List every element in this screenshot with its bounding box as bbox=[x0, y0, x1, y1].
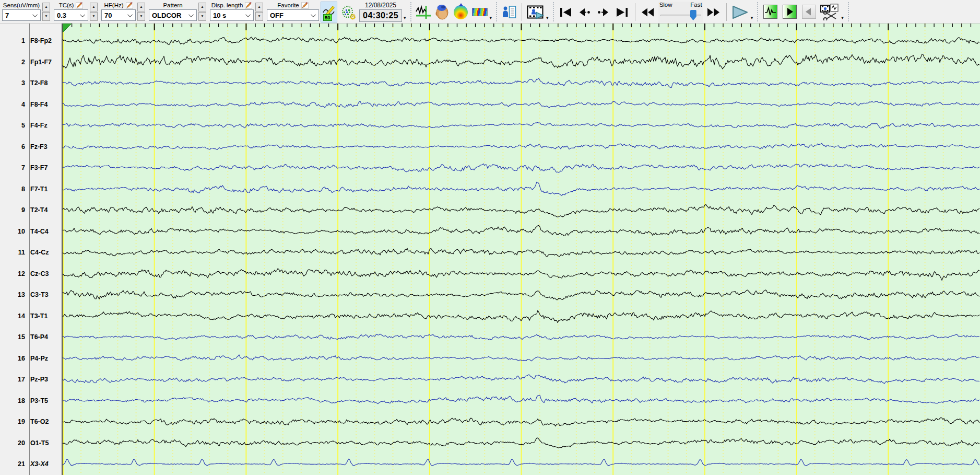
video-dropdown-arrow-icon[interactable]: ▾ bbox=[546, 15, 549, 20]
head-3d-map-button[interactable] bbox=[434, 2, 451, 22]
channel-row-2: 2Fp1-F7 bbox=[0, 58, 62, 66]
disp-length-edit-pencil-icon[interactable] bbox=[245, 2, 252, 9]
channel-label[interactable]: F7-T1 bbox=[25, 185, 48, 193]
parameter-groups: Sens(uV/mm)7▲▼TC(s)0.3▲▼HF(Hz)70▲▼Patter… bbox=[2, 1, 320, 21]
channel-number: 16 bbox=[0, 354, 25, 363]
channel-number: 14 bbox=[0, 312, 25, 320]
topographic-map-button[interactable] bbox=[453, 2, 469, 22]
tc-edit-pencil-icon[interactable] bbox=[76, 2, 83, 9]
channel-label[interactable]: Cz-C3 bbox=[25, 270, 49, 278]
channel-row-7: 7F3-F7 bbox=[0, 164, 62, 172]
channel-label[interactable]: F4-Fz bbox=[25, 121, 48, 130]
pattern-label: Pattern bbox=[163, 2, 182, 8]
video-clip-button[interactable] bbox=[820, 2, 840, 22]
speed-slow-label: Slow bbox=[659, 2, 672, 8]
favorite-edit-pencil-icon[interactable] bbox=[301, 2, 309, 9]
disp-length-spin-up-button[interactable]: ▲ bbox=[255, 3, 263, 11]
skip-to-start-button[interactable] bbox=[558, 2, 574, 22]
prev-page-disabled-button[interactable] bbox=[802, 5, 816, 19]
speed-fast-label: Fast bbox=[690, 2, 702, 8]
play-dropdown-arrow-icon[interactable]: ▾ bbox=[751, 15, 753, 20]
hf-spin-up-button[interactable]: ▲ bbox=[137, 3, 145, 11]
channel-row-3: 3T2-F8 bbox=[0, 79, 62, 87]
channel-row-6: 6Fz-F3 bbox=[0, 143, 62, 151]
waveform-mode-button[interactable] bbox=[763, 5, 777, 19]
param-group-sens: Sens(uV/mm)7 bbox=[2, 1, 41, 21]
channel-label[interactable]: Fz-F3 bbox=[25, 143, 48, 151]
play-button[interactable] bbox=[731, 2, 749, 22]
channel-label[interactable]: F8-Fp2 bbox=[25, 37, 52, 45]
patient-info-button[interactable] bbox=[501, 2, 517, 22]
channel-row-15: 15T6-P4 bbox=[0, 333, 62, 341]
channel-row-17: 17Pz-P3 bbox=[0, 375, 62, 384]
chevron-down-icon bbox=[245, 12, 251, 17]
channel-label[interactable]: O1-T5 bbox=[25, 439, 49, 447]
channel-label[interactable]: T4-C4 bbox=[25, 227, 49, 236]
skip-to-end-button[interactable] bbox=[614, 2, 631, 22]
channel-label[interactable]: Pz-P3 bbox=[25, 375, 48, 384]
hf-dropdown[interactable]: 70 bbox=[101, 9, 136, 21]
rewind-button[interactable] bbox=[640, 2, 656, 22]
channel-number: 17 bbox=[0, 375, 25, 384]
channel-label[interactable]: P4-Pz bbox=[25, 354, 48, 363]
hf-edit-pencil-icon[interactable] bbox=[126, 2, 133, 9]
channel-number: 4 bbox=[0, 100, 25, 109]
fast-forward-button[interactable] bbox=[705, 2, 722, 22]
waveform-view-button[interactable] bbox=[415, 2, 432, 22]
channel-label[interactable]: T2-T4 bbox=[25, 206, 48, 214]
tc-spin-up-button[interactable]: ▲ bbox=[90, 3, 98, 11]
step-forward-button[interactable] bbox=[595, 2, 612, 22]
waveform-edit-button[interactable]: 50 bbox=[321, 2, 337, 22]
sens-spin-down-button[interactable]: ▼ bbox=[42, 12, 50, 21]
maps-dropdown-arrow-icon[interactable]: ▾ bbox=[490, 15, 492, 20]
video-review-button[interactable] bbox=[526, 2, 545, 22]
tc-spinner: ▲▼ bbox=[90, 3, 98, 21]
channel-label[interactable]: F3-F7 bbox=[25, 164, 48, 172]
channel-label[interactable]: P3-T5 bbox=[25, 397, 48, 405]
hf-spin-down-button[interactable]: ▼ bbox=[137, 12, 145, 21]
disp-length-spinner: ▲▼ bbox=[255, 3, 263, 21]
channel-label[interactable]: C3-T3 bbox=[25, 291, 49, 299]
sens-dropdown[interactable]: 7 bbox=[2, 9, 41, 21]
channel-label[interactable]: T3-T1 bbox=[25, 312, 48, 320]
favorite-dropdown[interactable]: OFF bbox=[267, 9, 319, 21]
clip-dropdown-arrow-icon[interactable]: ▾ bbox=[841, 15, 844, 20]
pattern-dropdown[interactable]: OLDCOR bbox=[149, 9, 197, 21]
speed-slider-thumb[interactable] bbox=[690, 10, 696, 20]
channel-label[interactable]: C4-Cz bbox=[25, 248, 49, 257]
sens-value: 7 bbox=[5, 11, 9, 19]
tc-spin-down-button[interactable]: ▼ bbox=[90, 12, 98, 21]
channel-label[interactable]: T2-F8 bbox=[25, 79, 48, 87]
toolbar-separator bbox=[635, 3, 635, 21]
channel-number: 20 bbox=[0, 439, 25, 447]
tc-dropdown[interactable]: 0.3 bbox=[54, 9, 88, 21]
step-back-button[interactable] bbox=[576, 2, 593, 22]
channel-row-19: 19T6-O2 bbox=[0, 418, 62, 426]
channel-number: 3 bbox=[0, 79, 25, 87]
channel-label[interactable]: F8-F4 bbox=[25, 100, 48, 109]
spectrogram-icon bbox=[472, 8, 488, 16]
disp-length-dropdown[interactable]: 10 s bbox=[210, 9, 254, 21]
sens-spin-up-button[interactable]: ▲ bbox=[42, 3, 50, 11]
channel-label[interactable]: Fp1-F7 bbox=[25, 58, 52, 66]
channel-row-12: 12Cz-C3 bbox=[0, 270, 62, 278]
channel-label-panel: 1F8-Fp22Fp1-F73T2-F84F8-F45F4-Fz6Fz-F37F… bbox=[0, 24, 63, 475]
datetime-dropdown-arrow-icon[interactable]: ▾ bbox=[404, 15, 406, 20]
eeg-traces-svg bbox=[63, 24, 980, 475]
speed-slider[interactable]: Slow Fast bbox=[658, 2, 703, 22]
channel-label[interactable]: X3-X4 bbox=[25, 460, 49, 468]
chevron-down-icon bbox=[311, 12, 316, 17]
spectrogram-button[interactable] bbox=[471, 2, 488, 22]
eeg-trace-area[interactable] bbox=[63, 24, 980, 475]
channel-number: 9 bbox=[0, 206, 25, 214]
video-clip-scissors-icon bbox=[820, 4, 839, 20]
montage-settings-button[interactable]: ⚙ bbox=[339, 2, 356, 22]
channel-label[interactable]: T6-P4 bbox=[25, 333, 48, 341]
pattern-spin-down-button[interactable]: ▼ bbox=[198, 12, 206, 21]
channel-label[interactable]: T6-O2 bbox=[25, 418, 49, 426]
play-icon bbox=[731, 5, 749, 19]
disp-length-spin-down-button[interactable]: ▼ bbox=[255, 12, 263, 21]
step-back-icon bbox=[577, 7, 592, 18]
play-mode-button[interactable] bbox=[783, 5, 797, 19]
pattern-spin-up-button[interactable]: ▲ bbox=[198, 3, 206, 11]
